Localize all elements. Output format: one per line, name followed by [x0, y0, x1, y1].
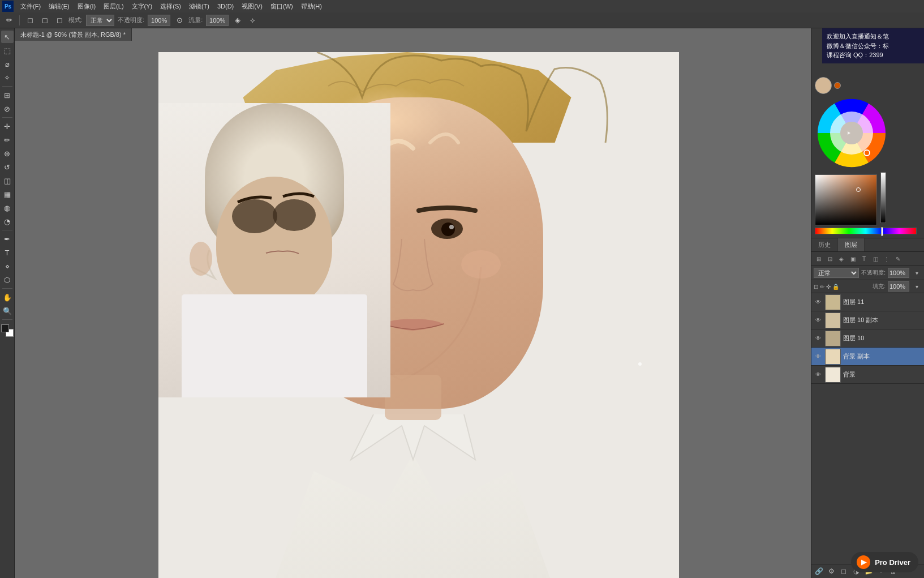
layer-style-icon[interactable]: ⚙ — [826, 566, 836, 576]
layers-color-icon[interactable]: ▣ — [848, 254, 858, 264]
fill-arrow-icon[interactable]: ▾ — [912, 281, 922, 292]
brush-tool-icon[interactable]: ✏ — [3, 15, 15, 26]
layers-fill-input[interactable] — [888, 281, 909, 292]
layers-edit-icon[interactable]: ✎ — [893, 254, 903, 264]
layer-item[interactable]: 👁 背景 — [811, 366, 924, 384]
color-swatches[interactable] — [1, 324, 14, 337]
color-swatch-orange[interactable] — [834, 82, 841, 89]
layer-mask-icon[interactable]: ◻ — [839, 566, 849, 576]
layer-thumbnail — [825, 294, 841, 310]
tool-crop[interactable]: ⊞ — [1, 89, 14, 101]
spectrum-bar[interactable] — [815, 228, 917, 234]
prodriver-badge[interactable]: ▶ Pro Driver — [851, 552, 918, 572]
layers-lock-icons: ⊡ ✏ ✜ 🔒 — [814, 284, 870, 290]
layers-style-icon[interactable]: T — [859, 254, 869, 264]
opacity-input[interactable] — [148, 15, 170, 26]
flow-input[interactable] — [206, 15, 229, 26]
tool-eyedropper[interactable]: ⊘ — [1, 102, 14, 115]
layers-kind-icon[interactable]: ⊡ — [825, 254, 835, 264]
menu-select[interactable]: 选择(S) — [157, 1, 184, 12]
opacity-label: 不透明度: — [118, 16, 144, 24]
layers-blend-mode-select[interactable]: 正常 — [814, 268, 859, 278]
opacity-arrow-icon[interactable]: ▾ — [912, 268, 922, 278]
menu-filter[interactable]: 滤镜(T) — [186, 1, 213, 12]
tool-clone[interactable]: ⊕ — [1, 147, 14, 160]
lock-position-icon[interactable]: ✜ — [826, 284, 831, 290]
airbrush-icon[interactable]: ⊙ — [174, 15, 185, 26]
tool-lasso[interactable]: ⌀ — [1, 58, 14, 70]
lock-pixels-icon[interactable]: ✏ — [820, 284, 824, 290]
layer-visibility-icon[interactable]: 👁 — [814, 370, 823, 379]
tool-pen[interactable]: ✒ — [1, 233, 14, 245]
layer-item[interactable]: 👁 图层 11 — [811, 293, 924, 311]
tool-eraser[interactable]: ◫ — [1, 174, 14, 187]
menu-window[interactable]: 窗口(W) — [267, 1, 296, 12]
layers-list: 👁 图层 11 👁 图层 10 副本 👁 图层 10 — [811, 293, 924, 564]
menu-image[interactable]: 图像(I) — [74, 1, 99, 12]
pressure-icon[interactable]: ⟡ — [247, 15, 258, 26]
canvas-sparkle — [638, 362, 642, 366]
ref-face — [216, 177, 332, 309]
brush-size-icon[interactable]: ◻ — [39, 15, 50, 26]
menu-edit[interactable]: 编辑(E) — [45, 1, 73, 12]
canvas-content — [15, 41, 811, 578]
tab-layers[interactable]: 图层 — [838, 238, 865, 251]
layers-filter-icon[interactable]: ⊞ — [814, 254, 824, 264]
brush-preset-icon[interactable]: ◻ — [24, 15, 36, 26]
mode-label: 模式: — [68, 16, 83, 24]
tool-hand[interactable]: ✋ — [1, 291, 14, 303]
tool-dodge[interactable]: ◔ — [1, 215, 14, 228]
layer-link-icon[interactable]: 🔗 — [814, 566, 824, 576]
layers-effect-icon[interactable]: ◫ — [870, 254, 880, 264]
tool-text[interactable]: T — [1, 246, 14, 259]
tool-shape[interactable]: ⬡ — [1, 273, 14, 286]
tool-history-brush[interactable]: ↺ — [1, 161, 14, 173]
menu-3d[interactable]: 3D(D) — [214, 2, 237, 11]
tool-wand[interactable]: ✧ — [1, 71, 14, 84]
color-wheel-svg[interactable] — [815, 96, 888, 170]
tool-heal[interactable]: ✛ — [1, 120, 14, 132]
smoothing-icon[interactable]: ◈ — [232, 15, 243, 26]
layer-name: 背景 — [843, 370, 922, 379]
tool-divider-1 — [2, 86, 12, 87]
tool-blur[interactable]: ◍ — [1, 202, 14, 214]
layers-opacity-input[interactable] — [888, 268, 909, 278]
foreground-color-swatch[interactable] — [1, 324, 9, 332]
layer-visibility-icon[interactable]: 👁 — [814, 298, 823, 307]
app-logo: Ps — [2, 1, 14, 12]
color-wheel-container — [815, 96, 888, 170]
color-swatch-light[interactable] — [815, 77, 832, 94]
layer-item[interactable]: 👁 图层 10 副本 — [811, 311, 924, 329]
brightness-slider[interactable] — [880, 172, 886, 223]
tool-zoom[interactable]: 🔍 — [1, 305, 14, 317]
main-canvas[interactable] — [158, 52, 679, 578]
layer-visibility-icon[interactable]: 👁 — [814, 316, 823, 325]
menu-file[interactable]: 文件(F) — [17, 1, 44, 12]
svg-point-14 — [840, 122, 863, 144]
brush-angle-icon[interactable]: ◻ — [54, 15, 65, 26]
menu-help[interactable]: 帮助(H) — [298, 1, 325, 12]
layer-item[interactable]: 👁 图层 10 — [811, 329, 924, 348]
lock-all-icon[interactable]: 🔒 — [832, 284, 839, 290]
lock-transparency-icon[interactable]: ⊡ — [814, 284, 818, 290]
color-gradient-box[interactable] — [815, 174, 877, 225]
tool-path[interactable]: ⋄ — [1, 260, 14, 272]
announcement-line3: 课程咨询 QQ：2399 — [827, 50, 919, 60]
tool-brush[interactable]: ✏ — [1, 134, 14, 146]
menu-layer[interactable]: 图层(L) — [100, 1, 127, 12]
menu-text[interactable]: 文字(Y) — [128, 1, 156, 12]
layers-toolbar: ⊞ ⊡ ◈ ▣ T ◫ ⋮ ✎ — [811, 252, 924, 266]
tool-move[interactable]: ↖ — [1, 31, 14, 43]
menu-view[interactable]: 视图(V) — [238, 1, 266, 12]
layer-visibility-icon[interactable]: 👁 — [814, 352, 823, 361]
tab-history[interactable]: 历史 — [811, 238, 838, 251]
layers-more-icon[interactable]: ⋮ — [882, 254, 892, 264]
layers-opacity-icon[interactable]: ◈ — [836, 254, 846, 264]
layer-item-selected[interactable]: 👁 背景 副本 — [811, 348, 924, 366]
announcement-line2: 微博＆微信公众号：标 — [827, 41, 919, 51]
tool-marquee[interactable]: ⬚ — [1, 44, 14, 57]
tool-gradient[interactable]: ▦ — [1, 188, 14, 200]
document-tab[interactable]: 未标题-1 @ 50% (背景 副本, RGB/8) * — [15, 28, 132, 41]
layer-visibility-icon[interactable]: 👁 — [814, 334, 823, 343]
blend-mode-select[interactable]: 正常 — [86, 15, 114, 26]
